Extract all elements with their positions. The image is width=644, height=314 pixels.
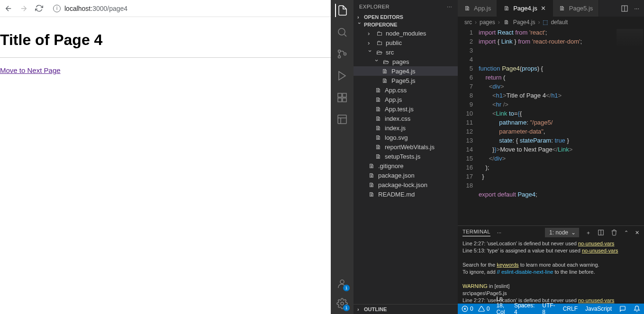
extensions-icon[interactable] [336,91,349,104]
folder-node-modules[interactable]: ›🗀node_modules [354,28,458,38]
file-page5[interactable]: 🗎Page5.js [354,76,458,85]
reload-button[interactable] [34,4,44,13]
file-icon: 🗎 [368,181,375,188]
tab-bar: 🗎App.js 🗎Page4.js✕ 🗎Page5.js ··· [458,0,644,17]
trash-icon[interactable] [611,229,617,236]
search-icon[interactable] [336,26,349,39]
file-appjs[interactable]: 🗎App.js [354,95,458,104]
file-icon: 🗎 [368,190,375,198]
terminal-selector[interactable]: 1: node ⌄ [545,228,579,237]
file-packagelock[interactable]: 🗎package-lock.json [354,180,458,189]
symbol-icon: ⬚ [543,19,548,26]
source-control-icon[interactable] [336,47,349,61]
svg-point-9 [340,280,344,284]
more-actions-icon[interactable]: ··· [634,5,639,12]
status-ln-col[interactable]: Ln 18, Col 22 [496,296,507,314]
file-indexcss[interactable]: 🗎index.css [354,114,458,123]
status-language[interactable]: JavaScript [585,305,612,312]
folder-pages[interactable]: ›🗁pages [354,57,458,66]
next-page-link[interactable]: Move to Next Page [0,66,61,74]
folder-icon: 🗀 [375,39,383,46]
terminal-tab[interactable]: TERMINAL [463,229,490,236]
file-apptest[interactable]: 🗎App.test.js [354,104,458,114]
tab-page4[interactable]: 🗎Page4.js✕ [497,0,553,17]
svg-point-3 [344,53,346,55]
forward-button[interactable] [19,4,28,13]
file-tree: ›🗀node_modules ›🗀public ›🗁src ›🗁pages 🗎P… [354,28,458,304]
open-editors-section[interactable]: ›OPEN EDITORS [354,13,458,21]
run-debug-icon[interactable] [336,69,349,82]
folder-open-icon: 🗁 [382,58,390,65]
split-terminal-icon[interactable] [598,229,604,236]
folder-public[interactable]: ›🗀public [354,38,458,47]
page-divider [0,57,331,58]
svg-rect-5 [343,93,346,97]
browser-window: i localhost:3000/page4 Title of Page 4 M… [0,0,331,314]
svg-point-0 [338,28,345,35]
svg-rect-8 [338,115,346,124]
code-editor[interactable]: 123456789101112131415161718 import React… [458,28,644,225]
terminal-output[interactable]: Line 2:27: 'useLocation' is defined but … [458,239,644,304]
explorer-icon[interactable] [335,4,348,17]
status-eol[interactable]: CRLF [563,305,578,312]
info-icon: i [53,5,61,12]
svg-rect-7 [343,98,346,102]
chevron-down-icon: ⌄ [571,229,576,236]
breadcrumb[interactable]: src› pages› 🗎Page4.js› ⬚default [458,17,644,28]
svg-point-1 [338,50,341,53]
feedback-icon[interactable] [619,305,626,312]
back-button[interactable] [4,4,13,13]
file-icon: 🗎 [374,134,382,141]
tab-appjs[interactable]: 🗎App.js [458,0,497,17]
status-warnings[interactable]: 0 [478,305,490,312]
file-icon: 🗎 [381,77,389,84]
file-icon: 🗎 [374,96,382,103]
close-panel-icon[interactable]: ✕ [635,230,639,236]
file-gitignore[interactable]: 🗎.gitignore [354,161,458,170]
close-icon[interactable]: ✕ [540,5,547,12]
address-bar[interactable]: i localhost:3000/page4 [49,3,327,14]
page-title: Title of Page 4 [0,27,331,57]
file-icon: 🗎 [374,124,382,132]
minimap[interactable] [616,28,644,225]
file-icon: 🗎 [381,67,389,75]
vscode-window: EXPLORER ··· ›OPEN EDITORS ›PROPERONE ›🗀… [331,0,644,314]
outline-section[interactable]: ›OUTLINE [354,304,458,314]
settings-gear-icon[interactable] [336,297,349,310]
file-icon: 🗎 [503,5,510,12]
file-setup[interactable]: 🗎setupTests.js [354,152,458,161]
more-icon[interactable]: ··· [447,4,452,9]
new-terminal-icon[interactable]: ＋ [586,229,591,236]
folder-icon: 🗀 [375,29,383,37]
file-readme[interactable]: 🗎README.md [354,189,458,199]
file-indexjs[interactable]: 🗎index.js [354,123,458,133]
project-section[interactable]: ›PROPERONE [354,21,458,28]
status-encoding[interactable]: UTF-8 [542,302,555,314]
status-errors[interactable]: 0 [462,305,473,312]
file-icon: 🗎 [503,18,510,26]
activity-bar [331,0,354,314]
notifications-icon[interactable] [634,305,640,312]
file-appcss[interactable]: 🗎App.css [354,85,458,95]
file-page4[interactable]: 🗎Page4.js [354,66,458,76]
folder-open-icon: 🗁 [375,48,383,56]
accounts-icon[interactable] [336,277,349,290]
split-editor-icon[interactable] [621,5,628,12]
browser-toolbar: i localhost:3000/page4 [0,0,331,17]
file-rwv[interactable]: 🗎reportWebVitals.js [354,142,458,152]
status-spaces[interactable]: Spaces: 4 [514,302,535,314]
code-content[interactable]: import React from 'react'; import { Link… [479,28,616,225]
line-numbers: 123456789101112131415161718 [458,28,479,225]
editor-area: 🗎App.js 🗎Page4.js✕ 🗎Page5.js ··· src› pa… [458,0,644,314]
file-logo[interactable]: 🗎logo.svg [354,133,458,142]
chevron-up-icon[interactable]: ⌃ [624,230,628,236]
url-path: 3000/page4 [92,5,127,12]
browser-viewport: Title of Page 4 Move to Next Page [0,17,331,314]
file-package[interactable]: 🗎package.json [354,170,458,180]
status-bar: 0 0 Ln 18, Col 22 Spaces: 4 UTF-8 CRLF J… [458,304,644,314]
terminal-more-icon[interactable]: ··· [497,230,501,235]
tab-page5[interactable]: 🗎Page5.js [553,0,599,17]
file-icon: 🗎 [374,105,382,113]
layout-icon[interactable] [336,113,349,126]
folder-src[interactable]: ›🗁src [354,47,458,57]
